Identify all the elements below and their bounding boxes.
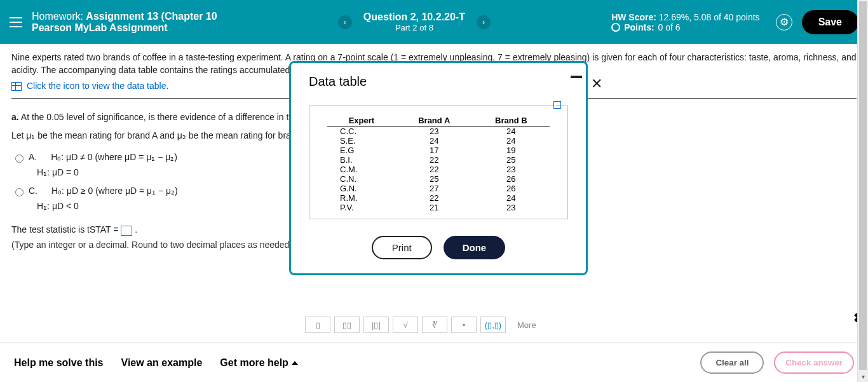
data-table: ExpertBrand ABrand B C.C.2324S.E.2424E.G…: [327, 115, 550, 212]
table-cell: 24: [396, 136, 473, 146]
table-header: Brand A: [396, 115, 473, 126]
option-c-radio[interactable]: [15, 187, 24, 198]
table-cell: 22: [396, 193, 473, 203]
get-more-help-link[interactable]: Get more help: [220, 357, 298, 369]
table-row: C.C.2324: [327, 126, 550, 137]
settings-gear-icon[interactable]: ⚙: [776, 14, 792, 31]
question-nav: ‹ Question 2, 10.2.20-T Part 2 of 8 ›: [217, 11, 612, 32]
table-cell: 26: [473, 184, 550, 193]
table-row: C.M.2223: [327, 165, 550, 174]
print-button[interactable]: Print: [372, 236, 432, 259]
table-cell: R.M.: [327, 193, 396, 203]
tool-sup[interactable]: ▯▯: [334, 317, 360, 333]
tool-paren[interactable]: (▯,▯): [480, 317, 506, 333]
save-button[interactable]: Save: [802, 10, 858, 34]
menu-icon[interactable]: [10, 17, 22, 27]
app-header: Homework: Assignment 13 (Chapter 10 Pear…: [0, 0, 868, 44]
view-example-link[interactable]: View an example: [121, 357, 203, 369]
table-row: E.G1719: [327, 146, 550, 155]
tool-bullet[interactable]: •: [451, 317, 477, 333]
table-row: B.I.2225: [327, 155, 550, 165]
table-row: G.N.2726: [327, 184, 550, 193]
table-cell: C.C.: [327, 126, 396, 137]
modal-minimize-icon[interactable]: [571, 76, 582, 78]
table-cell: 22: [396, 165, 473, 174]
table-cell: 24: [473, 136, 550, 146]
tool-sqrt[interactable]: √: [393, 317, 418, 333]
table-icon: [11, 82, 22, 91]
table-header: Brand B: [473, 115, 550, 126]
table-cell: C.M.: [327, 165, 396, 174]
homework-title: Homework: Assignment 13 (Chapter 10 Pear…: [32, 11, 217, 34]
table-cell: 27: [396, 184, 473, 193]
help-solve-link[interactable]: Help me solve this: [14, 357, 104, 369]
table-row: S.E.2424: [327, 136, 550, 146]
table-row: C.N.2526: [327, 174, 550, 184]
table-cell: 21: [396, 203, 473, 212]
table-cell: 22: [396, 155, 473, 165]
copy-table-icon[interactable]: [553, 101, 561, 109]
footer-bar: Help me solve this View an example Get m…: [0, 343, 868, 382]
table-row: P.V.2123: [327, 203, 550, 212]
tstat-input[interactable]: [121, 226, 132, 236]
table-cell: S.E.: [327, 136, 396, 146]
scrollbar-thumb[interactable]: [859, 1, 867, 370]
score-display: HW Score: 12.69%, 5.08 of 40 points Poin…: [611, 12, 759, 32]
tool-more[interactable]: More: [517, 320, 536, 330]
table-cell: C.N.: [327, 174, 396, 184]
tool-nroot[interactable]: ∛: [422, 317, 447, 333]
tool-abs[interactable]: |▯|: [363, 317, 389, 333]
table-cell: 26: [473, 174, 550, 184]
table-cell: 23: [396, 126, 473, 137]
modal-close-icon[interactable]: ✕: [591, 76, 602, 92]
scroll-down-icon[interactable]: ▾: [858, 371, 868, 382]
table-cell: 23: [473, 165, 550, 174]
equation-toolbar: ▯ ▯▯ |▯| √ ∛ • (▯,▯) More: [305, 317, 536, 333]
question-indicator: Question 2, 10.2.20-T Part 2 of 8: [363, 11, 465, 32]
table-cell: E.G: [327, 146, 396, 155]
table-header: Expert: [327, 115, 396, 126]
table-cell: 24: [473, 126, 550, 137]
table-cell: B.I.: [327, 155, 396, 165]
table-cell: 17: [396, 146, 473, 155]
table-cell: 25: [396, 174, 473, 184]
done-button[interactable]: Done: [444, 236, 506, 259]
check-answer-button[interactable]: Check answer: [774, 351, 854, 374]
vertical-scrollbar[interactable]: ▾: [857, 0, 868, 382]
table-cell: 19: [473, 146, 550, 155]
option-a-radio[interactable]: [15, 153, 24, 164]
prev-question-button[interactable]: ‹: [338, 15, 352, 29]
table-cell: G.N.: [327, 184, 396, 193]
data-table-modal: ✕ Data table ExpertBrand ABrand B C.C.23…: [289, 61, 588, 275]
table-row: R.M.2224: [327, 193, 550, 203]
caret-up-icon: [292, 361, 298, 365]
tool-fraction[interactable]: ▯: [305, 317, 330, 333]
table-cell: 23: [473, 203, 550, 212]
table-cell: 24: [473, 193, 550, 203]
table-cell: P.V.: [327, 203, 396, 212]
clear-all-button[interactable]: Clear all: [700, 351, 764, 374]
data-table-container: ExpertBrand ABrand B C.C.2324S.E.2424E.G…: [309, 106, 568, 219]
next-question-button[interactable]: ›: [477, 15, 491, 29]
table-cell: 25: [473, 155, 550, 165]
points-circle-icon: [611, 23, 620, 32]
modal-title: Data table: [309, 74, 568, 89]
